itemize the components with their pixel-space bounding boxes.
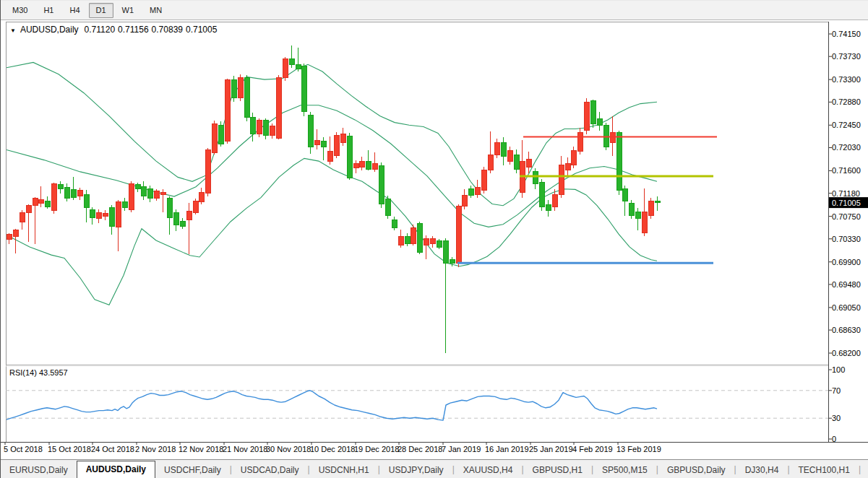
chart-tab-usdcad-daily[interactable]: USDCAD,Daily [232,462,308,478]
rsi-label: RSI(14) 43.5957 [9,368,68,377]
chart-tab-dj30-h4[interactable]: DJ30,H4 [736,462,788,478]
candle-body [430,239,435,244]
candle-body [116,202,121,227]
candle-body [462,196,467,207]
candle-body [507,150,512,161]
candle-body [443,240,448,263]
candle-body [186,212,192,220]
candle-body [160,192,166,195]
chart-tab-gbpusd-daily[interactable]: GBPUSD,Daily [658,462,734,478]
candle-body [559,165,564,194]
candle-body [424,239,429,245]
chart-tab-usdcnh-h1[interactable]: USDCNH,H1 [310,462,378,478]
chart-tab-tech100-h1[interactable]: TECH100,H1 [790,462,859,478]
candle-body [584,102,589,130]
timeframe-button-d1[interactable]: D1 [89,3,113,18]
price-label: 0.69480 [832,280,861,289]
rsi-scale-label: 70 [832,386,841,395]
candle-body [481,170,486,191]
timeframe-button-mn[interactable]: MN [142,3,169,18]
candle-body [129,183,134,209]
candle-body [321,142,326,147]
rsi-scale-label: 30 [832,414,841,422]
candle-body [359,161,364,167]
candle-body [289,59,294,64]
current-price-value: 0.71005 [832,199,861,207]
price-label: 0.73300 [832,75,861,84]
candle-body [456,207,461,264]
symbol-dropdown-icon[interactable]: ▼ [10,27,16,34]
date-label: 25 Jan 2019 [529,445,573,453]
timeframe-button-w1[interactable]: W1 [115,3,142,18]
price-label: 0.71180 [832,189,860,198]
price-label: 0.69900 [832,258,861,266]
candle-body [347,136,352,178]
candle-body [475,188,480,195]
candle-body [270,126,275,135]
candle-body [7,235,12,240]
timeframe-button-h4[interactable]: H4 [62,3,87,18]
chart-tab-xauusd-h4[interactable]: XAUUSD,H4 [455,462,522,478]
candle-body [263,121,268,136]
candle-body [238,77,243,97]
candle-body [539,183,544,207]
chart-tab-usdchf-daily[interactable]: USDCHF,Daily [155,462,230,478]
candle-body [33,198,38,205]
candle-body [257,121,262,134]
price-label: 0.73730 [832,52,861,61]
candle-body [437,241,442,248]
candle-body [276,77,281,138]
price-axis: 0.741500.737300.733000.728800.724500.720… [829,30,861,357]
candle-body [398,236,403,245]
candle-body [96,212,101,218]
chart-tab-ui[interactable]: UI [861,462,868,478]
candle-body [308,115,313,147]
candle-body [218,125,223,144]
price-label: 0.70750 [832,212,861,221]
candle-body [468,188,473,196]
chart-tab-eurusd-daily[interactable]: EURUSD,Daily [1,462,77,478]
candle-body [405,236,410,243]
date-label: 21 Nov 2018 [223,445,267,453]
date-label: 28 Dec 2018 [398,445,442,453]
candle-body [577,132,583,151]
price-label: 0.72450 [832,121,861,129]
candle-body [590,100,596,123]
candle-body [635,212,640,219]
chart-tab-gbpusd-h1[interactable]: GBPUSD,H1 [524,462,591,478]
candle-body [501,143,506,157]
date-label: 24 Oct 2018 [91,445,134,453]
ohlc-open: 0.71120 [85,25,116,35]
timeframe-button-h1[interactable]: H1 [36,3,61,18]
candle-body [417,223,422,252]
date-label: 7 Jan 2019 [442,445,481,453]
ohlc-high: 0.71156 [118,25,149,35]
candle-body [71,189,76,197]
candle-body [199,192,204,201]
trading-platform-window: M30H1H4D1W1MN 0.741500.737300.733000.728… [0,0,868,478]
chart-tab-usdjpy-daily[interactable]: USDJPY,Daily [380,462,452,478]
candle-body [450,260,455,264]
candle-body [648,201,653,216]
candle-body [629,203,634,216]
rsi-scale-label: 100 [832,365,845,374]
candle-body [597,118,602,125]
chart-area[interactable]: 0.741500.737300.733000.728800.724500.720… [1,20,868,459]
candle-body [301,66,306,112]
candle-body [533,172,538,183]
price-label: 0.69050 [832,303,861,312]
date-label: 12 Nov 2018 [179,445,223,453]
candle-body [244,77,249,117]
candle-body [379,165,384,204]
candle-body [546,204,551,210]
candle-body [231,79,236,97]
chart-tab-audusd-daily[interactable]: AUDUSD,Daily [77,461,155,478]
ohlc-close: 0.71005 [186,25,218,35]
candle-body [250,117,255,134]
timeframe-button-m30[interactable]: M30 [5,3,35,18]
candle-body [147,188,152,198]
candle-body [135,185,140,188]
chart-tab-sp500-m15[interactable]: SP500,M15 [593,462,656,478]
candle-body [84,194,89,208]
rsi-scale-label: 0 [832,435,836,443]
